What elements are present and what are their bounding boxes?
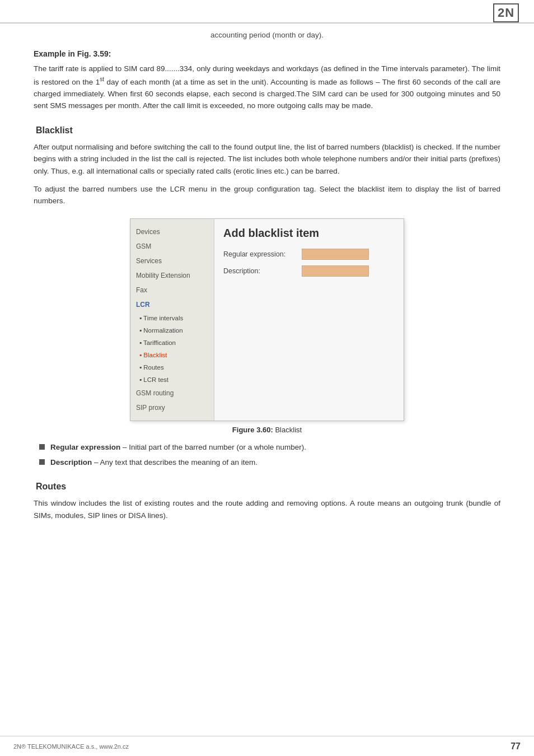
dialog-main: Add blacklist item Regular expression: D… (214, 219, 404, 421)
bullet-square-2 (39, 459, 45, 465)
dialog-title: Add blacklist item (223, 227, 395, 240)
dialog-sidebar: Devices GSM Services Mobility Extension … (130, 219, 214, 421)
routes-paragraph: This window includes the list of existin… (34, 497, 500, 521)
sidebar-subitem-routes[interactable]: ▪ Routes (130, 361, 214, 374)
bullet-term-1: Regular expression (50, 443, 120, 451)
bullet-square-1 (39, 444, 45, 450)
bullet-desc-1: – Initial part of the barred number (or … (123, 443, 306, 451)
intro-text: accounting period (month or day). (34, 31, 500, 39)
footer: 2N® TELEKOMUNIKACE a.s., www.2n.cz 77 (0, 736, 534, 756)
blacklist-paragraph1: After output normalising and before swit… (34, 141, 500, 178)
sidebar-item-fax[interactable]: Fax (130, 283, 214, 297)
form-input-regular-expression[interactable] (302, 249, 369, 260)
example-sup: st (100, 76, 104, 82)
routes-title: Routes (34, 482, 500, 492)
sidebar-item-gsm[interactable]: GSM (130, 239, 214, 254)
form-row-regular-expression: Regular expression: (223, 249, 395, 260)
bullet-item-regular-expression: Regular expression – Initial part of the… (39, 442, 500, 453)
sidebar-item-services[interactable]: Services (130, 254, 214, 268)
form-row-description: Description: (223, 265, 395, 277)
bullet-term-2: Description (50, 458, 92, 466)
figure-container: Devices GSM Services Mobility Extension … (34, 218, 500, 435)
logo-2n: 2N (493, 3, 519, 22)
sidebar-item-sip-proxy[interactable]: SIP proxy (130, 400, 214, 415)
top-border (0, 22, 534, 24)
figure-caption-value: Blacklist (275, 426, 302, 434)
main-content: accounting period (month or day). Exampl… (0, 31, 534, 572)
form-input-description[interactable] (302, 265, 369, 277)
form-label-description: Description: (223, 267, 302, 275)
sidebar-item-gsm-routing[interactable]: GSM routing (130, 386, 214, 400)
sidebar-subitem-blacklist[interactable]: ▪ Blacklist (130, 349, 214, 361)
blacklist-title: Blacklist (34, 125, 500, 136)
logo-area: 2N (489, 4, 523, 21)
blacklist-paragraph2: To adjust the barred numbers use the LCR… (34, 183, 500, 207)
sidebar-subitem-tariffication[interactable]: ▪ Tariffication (130, 337, 214, 349)
sidebar-item-lcr[interactable]: LCR (130, 297, 214, 312)
bullet-item-description: Description – Any text that describes th… (39, 457, 500, 468)
figure-caption: Figure 3.60: Blacklist (232, 426, 302, 434)
bullet-list: Regular expression – Initial part of the… (39, 442, 500, 468)
sidebar-subitem-lcrtest[interactable]: ▪ LCR test (130, 374, 214, 386)
footer-page: 77 (510, 741, 521, 752)
bullet-text-2: Description – Any text that describes th… (50, 457, 257, 468)
sidebar-subitem-time-intervals[interactable]: ▪ Time intervals (130, 312, 214, 324)
example-body-part2: day of each month (at a time as set in t… (34, 77, 500, 110)
example-heading: Example in Fig. 3.59: (34, 49, 500, 58)
sidebar-subitem-normalization[interactable]: ▪ Normalization (130, 324, 214, 337)
sidebar-item-mobility[interactable]: Mobility Extension (130, 268, 214, 283)
example-body: The tariff rate is applied to SIM card 8… (34, 63, 500, 112)
bullet-text-1: Regular expression – Initial part of the… (50, 442, 306, 453)
form-label-regular-expression: Regular expression: (223, 250, 302, 258)
sidebar-item-devices[interactable]: Devices (130, 225, 214, 239)
footer-copyright: 2N® TELEKOMUNIKACE a.s., www.2n.cz (13, 743, 129, 750)
figure-caption-label: Figure 3.60: (232, 426, 273, 434)
dialog-screenshot: Devices GSM Services Mobility Extension … (130, 218, 404, 422)
bullet-desc-2: – Any text that describes the meaning of… (94, 458, 257, 466)
